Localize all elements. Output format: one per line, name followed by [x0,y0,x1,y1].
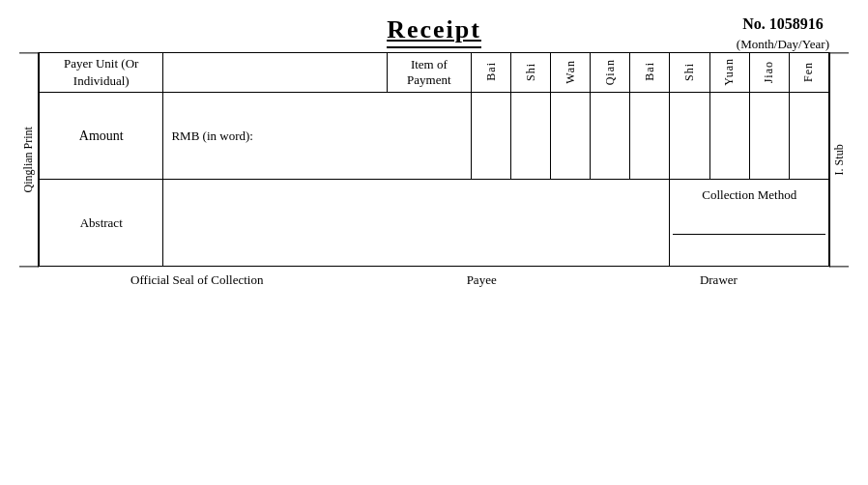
amount-digit-5 [630,93,670,180]
amount-digit-3 [551,93,591,180]
rmb-word-cell: RMB (in word): [163,93,472,180]
digit-col-yuan: Yuan [709,53,749,93]
digit-col-wan: Wan [551,53,591,93]
abstract-label: Abstract [40,180,163,267]
table-row: Payer Unit (Or Individual) Item of Payme… [40,53,829,93]
amount-digit-4 [591,93,630,180]
payer-name-value-cell [163,53,387,93]
drawer-label: Drawer [700,272,738,288]
main-content: Qinglian Print Payer Unit (Or Individual… [19,52,849,267]
amount-digit-2 [511,93,551,180]
number-block: No. 1058916 (Month/Day/Year) [737,15,829,52]
title-block: Receipt [387,15,481,48]
date-hint: (Month/Day/Year) [737,37,829,52]
digit-col-fen: Fen [789,53,828,93]
table-row-abstract: Abstract Collection Method [40,180,829,267]
official-seal-label: Official Seal of Collection [130,272,263,288]
header-area: Receipt No. 1058916 (Month/Day/Year) [19,10,849,48]
digit-col-bai2: Bai [630,53,670,93]
table-row-amount: Amount RMB (in word): [40,93,829,180]
table-wrapper: Payer Unit (Or Individual) Item of Payme… [39,52,829,267]
receipt-number: No. 1058916 [737,15,829,33]
digit-col-shi1: Shi [511,53,551,93]
payer-unit-cell: Payer Unit (Or Individual) [40,53,163,93]
footer-row: Official Seal of Collection Payee Drawer [19,272,849,288]
digit-col-qian: Qian [591,53,630,93]
payee-label: Payee [467,272,497,288]
amount-label: Amount [40,93,163,180]
item-payment-cell: Item of Payment [387,53,471,93]
digit-col-jiao: Jiao [749,53,789,93]
amount-digit-7 [709,93,749,180]
receipt-title: Receipt [387,15,481,48]
digit-col-shi2: Shi [670,53,709,93]
amount-digit-9 [789,93,828,180]
amount-digit-6 [670,93,709,180]
right-stub-label: I. Stub [829,52,849,267]
amount-digit-1 [472,93,511,180]
receipt-table: Payer Unit (Or Individual) Item of Payme… [39,52,829,267]
amount-digit-8 [749,93,789,180]
collection-method-cell: Collection Method [670,180,829,267]
left-label: Qinglian Print [19,52,39,267]
digit-col-bai1: Bai [472,53,511,93]
abstract-value-cell [163,180,670,267]
